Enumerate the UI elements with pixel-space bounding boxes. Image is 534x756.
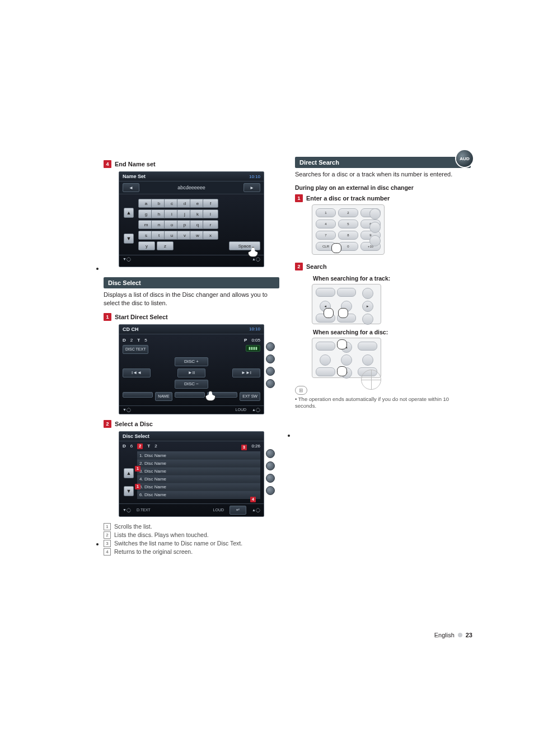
footer-caret-right-icon: ▲◯ <box>252 257 260 262</box>
disc-list-row[interactable]: 6. Disc Name <box>137 491 260 499</box>
label-d: D <box>123 338 126 343</box>
remote-side-button[interactable] <box>369 208 381 220</box>
next-track-button[interactable]: ►►I <box>232 368 260 377</box>
scroll-down-button[interactable]: ▼ <box>124 486 134 496</box>
name-set-screenshot: Name Set 10:10 ◄ abcdeeeeee ► ▲ ▼ abcdef… <box>119 171 264 267</box>
prev-track-button[interactable]: I◄◄ <box>123 368 151 377</box>
panel-title: CD CH <box>123 326 139 332</box>
callout-number: 3 <box>104 540 111 547</box>
touch-finger-icon <box>248 247 258 257</box>
remote-side-button[interactable] <box>369 222 381 233</box>
step-title: Start Direct Select <box>115 314 168 320</box>
step-title: Enter a disc or track number <box>306 195 390 202</box>
heading-text: Direct Search <box>299 159 339 166</box>
step-2-select-a-disc: 2 Select a Disc <box>104 420 279 428</box>
callout-text: Returns to the original screen. <box>114 548 193 556</box>
key-y[interactable]: y <box>138 241 155 250</box>
note-text: • The operation ends automatically if yo… <box>295 396 471 410</box>
callout-list: 1Scrolls the list.2Lists the discs. Play… <box>104 522 279 557</box>
disc-list-row[interactable]: 5. Disc Name <box>137 483 260 491</box>
key-r[interactable]: r <box>203 220 218 229</box>
key-z[interactable]: z <box>157 241 174 250</box>
nav-right-button[interactable]: ► <box>243 183 260 192</box>
remote-key[interactable]: 2 <box>338 208 358 217</box>
step-number: 1 <box>295 194 303 202</box>
callout-text: Switches the list name to Disc name or D… <box>114 539 242 548</box>
remote-round-key[interactable] <box>362 354 373 366</box>
remote-key[interactable]: 5 <box>338 220 358 228</box>
left-column: 4 End Name set Name Set 10:10 ◄ abcdeeee… <box>104 157 279 557</box>
disc-list-row[interactable]: 2. Disc Name <box>137 460 260 468</box>
return-button[interactable]: ↵ <box>229 506 246 515</box>
scroll-up-button[interactable]: ▲ <box>124 208 134 218</box>
remote-small-key[interactable] <box>316 342 335 351</box>
value-p: 0:26 <box>251 444 260 449</box>
footer-caret-icon: ▼◯ <box>123 408 131 412</box>
page-footer: English 23 <box>434 632 472 638</box>
remote-key[interactable]: 1 <box>316 208 336 217</box>
aud-badge-icon: AUD <box>456 150 473 167</box>
step-1-start-direct-select: 1 Start Direct Select <box>104 313 279 321</box>
panel-title: Disc Select <box>123 433 149 439</box>
side-mode-icons <box>266 342 275 388</box>
entered-text: abcdeeeeee <box>143 185 240 190</box>
ext-sw-button[interactable]: EXT SW <box>240 392 260 401</box>
footer-dot-icon <box>458 633 462 637</box>
remote-small-key[interactable] <box>358 342 377 351</box>
remote-round-key[interactable] <box>362 288 373 299</box>
fn-slot <box>175 392 205 398</box>
remote-small-key[interactable] <box>316 288 335 297</box>
key-f[interactable]: f <box>203 199 218 208</box>
step-number: 2 <box>295 263 303 270</box>
disc-select-desc: Displays a list of discs in the Disc cha… <box>104 291 279 307</box>
disc-minus-button[interactable]: DISC − <box>175 380 208 389</box>
remote-round-key[interactable] <box>320 354 331 366</box>
label-p: P <box>244 338 247 343</box>
remote-key[interactable]: 4 <box>316 220 336 228</box>
status-lcd: ▮▮▮▮ <box>246 345 260 352</box>
name-button[interactable]: NAME <box>155 392 172 401</box>
remote-small-key[interactable] <box>316 367 335 376</box>
remote-center-key[interactable] <box>341 354 352 366</box>
remote-right-key[interactable]: ► <box>362 301 373 312</box>
play-pause-button[interactable]: ►II <box>177 368 205 377</box>
value-d: 2 <box>130 338 133 343</box>
touch-finger-icon <box>338 308 348 318</box>
scroll-up-button[interactable]: ▲ <box>124 468 134 478</box>
right-column: Direct Search AUD Searches for a disc or… <box>295 157 471 557</box>
key-x[interactable]: x <box>203 231 218 240</box>
callout-number: 1 <box>104 523 111 530</box>
disc-list-row[interactable]: 3. Disc Name <box>137 468 260 475</box>
value-t: 5 <box>144 338 147 343</box>
section-dot <box>96 268 99 270</box>
side-mode-icons <box>266 449 275 495</box>
touch-finger-icon <box>205 391 216 401</box>
remote-round-key[interactable] <box>362 314 373 325</box>
remote-small-key[interactable] <box>337 288 357 297</box>
section-dot <box>288 435 290 437</box>
disc-list-row[interactable]: 4. Disc Name <box>137 475 260 483</box>
disc-plus-button[interactable]: DISC + <box>175 357 208 366</box>
remote-key[interactable]: 8 <box>338 231 358 240</box>
value-d: 6 <box>130 444 133 449</box>
step-title: End Name set <box>115 161 156 167</box>
remote-dpad-track: ◄ ► <box>312 284 381 324</box>
remote-side-button[interactable] <box>369 235 381 246</box>
key-l[interactable]: l <box>203 209 218 218</box>
direct-search-heading: Direct Search <box>295 157 471 168</box>
remote-keypad: 1 2 3 4 5 6 7 8 9 CLR 0 +10 <box>312 204 385 255</box>
disc-list-row[interactable]: 1. Disc Name <box>137 452 260 460</box>
step-number: 4 <box>104 160 111 168</box>
step-title: Search <box>306 263 327 270</box>
footer-caret-right-icon: ▲◯ <box>252 408 260 412</box>
scroll-down-button[interactable]: ▼ <box>124 234 134 244</box>
disc-select-heading: Disc Select <box>104 277 279 288</box>
step-1-enter-number: 1 Enter a disc or track number <box>295 194 471 202</box>
nav-left-button[interactable]: ◄ <box>123 183 139 192</box>
remote-key[interactable]: 7 <box>316 231 336 240</box>
value-t: 2 <box>154 444 157 449</box>
disc-select-screenshot: Disc Select D 6 2 T 2 P 0:26 <box>119 431 264 517</box>
disc-text-button[interactable]: DISC TEXT <box>123 345 148 354</box>
footer-caret-icon: ▼◯ <box>123 257 131 262</box>
step-number: 2 <box>104 420 111 428</box>
